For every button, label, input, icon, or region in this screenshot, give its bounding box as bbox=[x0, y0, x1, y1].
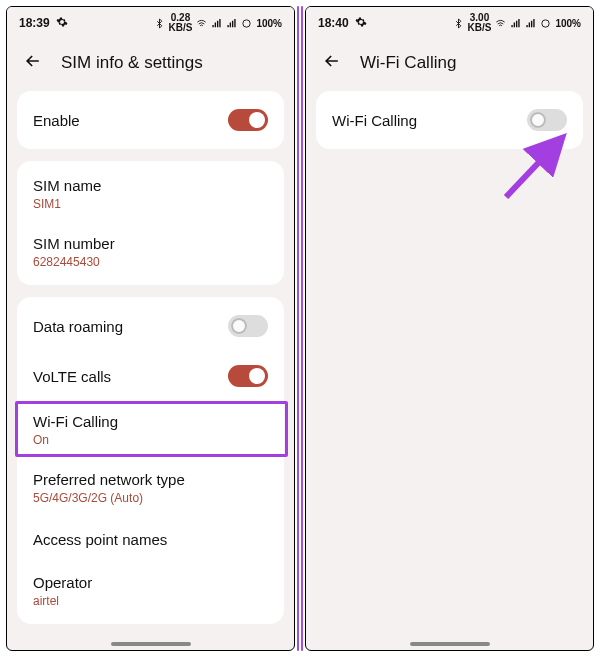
back-icon[interactable] bbox=[23, 51, 43, 75]
header: SIM info & settings bbox=[7, 37, 294, 91]
row-roaming[interactable]: Data roaming bbox=[17, 301, 284, 351]
screenshot-divider-2 bbox=[301, 6, 303, 651]
battery-percent: 100% bbox=[256, 18, 282, 29]
battery-percent: 100% bbox=[555, 18, 581, 29]
sim-name-label: SIM name bbox=[33, 177, 101, 194]
status-time: 18:40 bbox=[318, 16, 349, 30]
gear-icon bbox=[355, 16, 367, 31]
wifi-calling-label: Wi-Fi Calling bbox=[33, 413, 118, 430]
signal-icon bbox=[510, 18, 521, 29]
row-apn[interactable]: Access point names bbox=[17, 517, 284, 562]
page-title: Wi-Fi Calling bbox=[360, 53, 456, 73]
back-icon[interactable] bbox=[322, 51, 342, 75]
wifi-calling-value: On bbox=[33, 433, 49, 447]
row-volte[interactable]: VoLTE calls bbox=[17, 351, 284, 401]
status-time: 18:39 bbox=[19, 16, 50, 30]
wifi-calling-toggle-label: Wi-Fi Calling bbox=[332, 112, 417, 129]
nav-pill[interactable] bbox=[111, 642, 191, 646]
row-sim-name[interactable]: SIM name SIM1 bbox=[17, 165, 284, 223]
roaming-label: Data roaming bbox=[33, 318, 123, 335]
status-bar: 18:40 3.00KB/S 100% bbox=[306, 7, 593, 37]
net-speed: 0.28KB/S bbox=[169, 13, 193, 33]
row-wifi-calling[interactable]: Wi-Fi Calling On bbox=[17, 401, 284, 459]
row-enable[interactable]: Enable bbox=[17, 95, 284, 145]
roaming-toggle[interactable] bbox=[228, 315, 268, 337]
bluetooth-icon bbox=[453, 18, 464, 29]
wifi-icon bbox=[495, 18, 506, 29]
battery-icon bbox=[241, 18, 252, 29]
nav-pill[interactable] bbox=[410, 642, 490, 646]
gear-icon bbox=[56, 16, 68, 31]
row-wifi-calling-toggle[interactable]: Wi-Fi Calling bbox=[316, 95, 583, 145]
volte-toggle[interactable] bbox=[228, 365, 268, 387]
enable-toggle[interactable] bbox=[228, 109, 268, 131]
pref-net-value: 5G/4G/3G/2G (Auto) bbox=[33, 491, 143, 505]
operator-label: Operator bbox=[33, 574, 92, 591]
card-wifi-toggle: Wi-Fi Calling bbox=[316, 91, 583, 149]
signal-icon-2 bbox=[226, 18, 237, 29]
svg-point-0 bbox=[243, 19, 250, 26]
bluetooth-icon bbox=[154, 18, 165, 29]
card-enable: Enable bbox=[17, 91, 284, 149]
operator-value: airtel bbox=[33, 594, 59, 608]
enable-label: Enable bbox=[33, 112, 80, 129]
page-title: SIM info & settings bbox=[61, 53, 203, 73]
phone-right: 18:40 3.00KB/S 100% Wi-Fi Calling bbox=[305, 6, 594, 651]
volte-label: VoLTE calls bbox=[33, 368, 111, 385]
row-pref-net[interactable]: Preferred network type 5G/4G/3G/2G (Auto… bbox=[17, 459, 284, 517]
pref-net-label: Preferred network type bbox=[33, 471, 185, 488]
battery-icon bbox=[540, 18, 551, 29]
apn-label: Access point names bbox=[33, 531, 167, 548]
wifi-calling-toggle[interactable] bbox=[527, 109, 567, 131]
sim-number-label: SIM number bbox=[33, 235, 115, 252]
wifi-icon bbox=[196, 18, 207, 29]
row-operator[interactable]: Operator airtel bbox=[17, 562, 284, 620]
signal-icon-2 bbox=[525, 18, 536, 29]
screenshot-divider bbox=[297, 6, 299, 651]
row-sim-number[interactable]: SIM number 6282445430 bbox=[17, 223, 284, 281]
sim-name-value: SIM1 bbox=[33, 197, 61, 211]
phone-left: 18:39 0.28KB/S 100% SIM info & settings bbox=[6, 6, 295, 651]
card-sim: SIM name SIM1 SIM number 6282445430 bbox=[17, 161, 284, 285]
status-bar: 18:39 0.28KB/S 100% bbox=[7, 7, 294, 37]
card-network: Data roaming VoLTE calls Wi-Fi Calling O… bbox=[17, 297, 284, 624]
header: Wi-Fi Calling bbox=[306, 37, 593, 91]
svg-point-1 bbox=[542, 19, 549, 26]
net-speed: 3.00KB/S bbox=[468, 13, 492, 33]
signal-icon bbox=[211, 18, 222, 29]
sim-number-value: 6282445430 bbox=[33, 255, 100, 269]
